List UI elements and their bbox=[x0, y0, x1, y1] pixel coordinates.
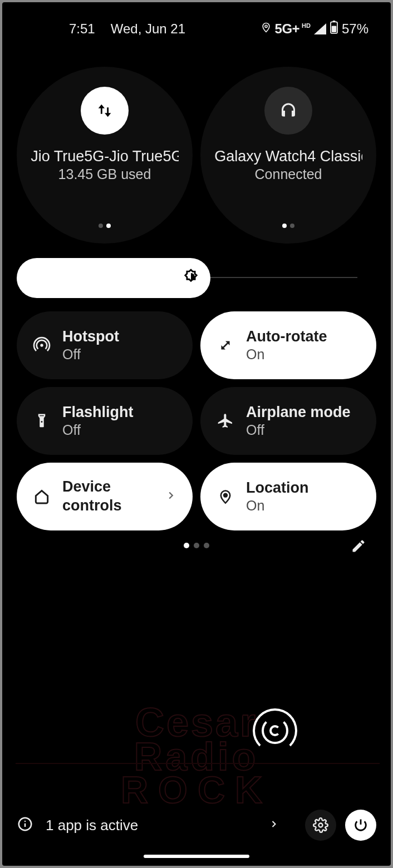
airplane-icon bbox=[216, 411, 235, 430]
autorotate-tile[interactable]: Auto-rotate On bbox=[200, 311, 376, 379]
status-bar: 7:51 Wed, Jun 21 5G+ HD 57% bbox=[2, 19, 391, 39]
hotspot-tile[interactable]: Hotspot Off bbox=[17, 311, 193, 379]
active-apps-button[interactable]: 1 app is active bbox=[42, 817, 259, 834]
internet-subtitle: 13.45 GB used bbox=[58, 166, 151, 182]
settings-button[interactable] bbox=[305, 810, 336, 841]
airplane-label: Airplane mode bbox=[246, 403, 351, 422]
status-time: 7:51 bbox=[69, 21, 95, 37]
bluetooth-subtitle: Connected bbox=[255, 166, 322, 182]
internet-title: Jio True5G-Jio True5G bbox=[31, 148, 178, 165]
qs-pager bbox=[2, 543, 391, 548]
info-icon bbox=[17, 816, 33, 835]
chevron-right-icon[interactable] bbox=[268, 819, 279, 832]
svg-rect-3 bbox=[332, 26, 336, 32]
location-pin-icon bbox=[216, 487, 235, 506]
status-battery: 57% bbox=[342, 21, 369, 37]
status-network-badge: HD bbox=[302, 22, 311, 29]
flashlight-tile[interactable]: Flashlight Off bbox=[17, 387, 193, 455]
spiral-icon bbox=[253, 708, 297, 753]
bluetooth-pager bbox=[282, 224, 294, 228]
location-label: Location bbox=[246, 479, 309, 498]
devicecontrols-label: Device controls bbox=[62, 478, 154, 515]
svg-point-5 bbox=[224, 494, 227, 497]
home-icon bbox=[32, 487, 51, 506]
svg-point-4 bbox=[40, 344, 43, 346]
hotspot-status: Off bbox=[62, 346, 119, 363]
location-tile[interactable]: Location On bbox=[200, 463, 376, 530]
status-date: Wed, Jun 21 bbox=[111, 21, 185, 37]
bluetooth-title: Galaxy Watch4 Classic bbox=[214, 148, 362, 165]
nav-handle[interactable] bbox=[144, 855, 249, 858]
chevron-right-icon bbox=[165, 489, 177, 504]
headphones-icon bbox=[264, 87, 312, 135]
svg-rect-2 bbox=[333, 21, 336, 22]
hotspot-icon bbox=[32, 336, 51, 355]
flashlight-status: Off bbox=[62, 421, 134, 439]
mobile-data-icon bbox=[81, 87, 129, 135]
power-button[interactable] bbox=[345, 810, 376, 841]
svg-point-0 bbox=[264, 25, 267, 27]
autorotate-label: Auto-rotate bbox=[246, 328, 327, 346]
svg-point-8 bbox=[24, 821, 26, 822]
autorotate-icon bbox=[216, 336, 235, 355]
internet-tile[interactable]: Jio True5G-Jio True5G 13.45 GB used bbox=[17, 67, 193, 244]
location-indicator-icon bbox=[261, 21, 272, 37]
background-art: Cesar Radio ROCK bbox=[2, 708, 391, 803]
edit-tiles-button[interactable] bbox=[351, 538, 369, 556]
airplane-status: Off bbox=[246, 421, 351, 439]
bluetooth-tile[interactable]: Galaxy Watch4 Classic Connected bbox=[200, 67, 376, 244]
hotspot-label: Hotspot bbox=[62, 328, 119, 346]
autorotate-status: On bbox=[246, 346, 327, 363]
battery-icon bbox=[330, 21, 338, 37]
svg-point-9 bbox=[319, 824, 323, 827]
devicecontrols-tile[interactable]: Device controls bbox=[17, 463, 193, 530]
radio-line3: ROCK bbox=[121, 773, 272, 806]
signal-icon bbox=[314, 23, 326, 34]
status-network: 5G+ bbox=[275, 21, 300, 37]
brightness-slider[interactable] bbox=[17, 258, 357, 298]
location-status: On bbox=[246, 497, 309, 514]
flashlight-icon bbox=[32, 411, 51, 430]
flashlight-label: Flashlight bbox=[62, 403, 134, 422]
airplane-tile[interactable]: Airplane mode Off bbox=[200, 387, 376, 455]
internet-pager bbox=[99, 224, 111, 228]
brightness-icon bbox=[181, 267, 200, 289]
